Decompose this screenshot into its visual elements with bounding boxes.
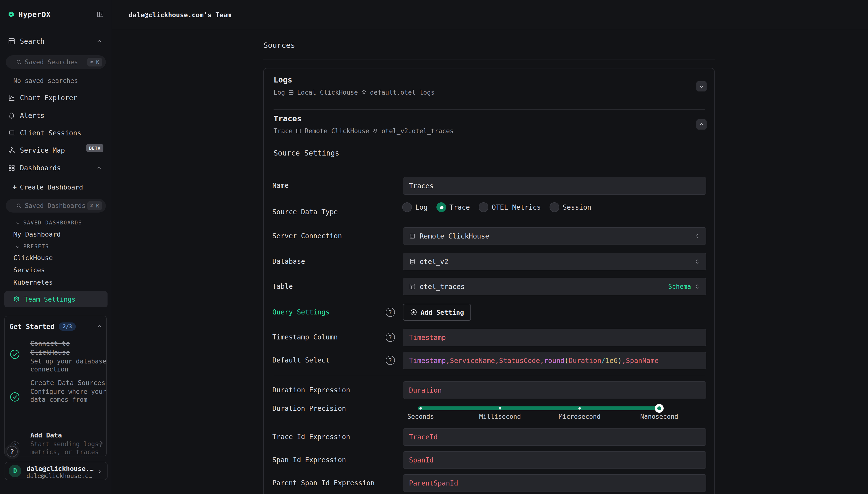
create-dashboard-button[interactable]: + Create Dashboard (0, 184, 112, 191)
search-icon (16, 59, 22, 65)
timestamp-column-input[interactable]: Timestamp (403, 329, 706, 346)
connection-name: Remote ClickHouse (305, 127, 369, 135)
sidebar-item-label: Search (20, 37, 44, 45)
slider-stop[interactable] (579, 407, 581, 410)
get-started-item-add-data[interactable]: 3 Add Data Start sending logs, metrics, … (10, 431, 107, 456)
chevron-up-icon[interactable] (96, 38, 102, 44)
span-id-input[interactable]: SpanId (403, 451, 706, 469)
chevron-right-icon (96, 469, 103, 475)
sidebar-item-my-dashboard[interactable]: My Dashboard (0, 230, 112, 238)
help-icon[interactable]: ? (386, 356, 395, 365)
chevron-up-icon[interactable] (96, 165, 102, 171)
chart-explorer-icon (8, 94, 15, 101)
database-label: Database (272, 258, 305, 265)
slider-stop[interactable] (499, 407, 501, 410)
trace-id-value: TraceId (409, 433, 438, 441)
duration-precision-label: Duration Precision (272, 405, 346, 413)
sidebar-item-team-settings[interactable]: Team Settings (4, 291, 108, 307)
saved-searches-input[interactable] (25, 58, 86, 66)
slider-mark-label[interactable]: Millisecond (479, 413, 521, 420)
logs-expand-button[interactable] (696, 81, 706, 92)
slider-track[interactable] (418, 406, 662, 410)
sidebar-item-search[interactable]: Search (0, 36, 112, 46)
span-id-value: SpanId (409, 456, 434, 464)
user-email: dale@clickhouse.c… (26, 472, 92, 479)
default-select-input[interactable]: Timestamp,ServiceName,StatusCode,round(D… (403, 352, 706, 369)
sidebar-item-chart-explorer[interactable]: Chart Explorer (0, 93, 112, 102)
question-mark-glyph: ? (389, 357, 392, 363)
section-saved-dashboards[interactable]: SAVED DASHBOARDS (0, 220, 112, 226)
brand-row: HyperDX (0, 9, 112, 20)
add-setting-button[interactable]: Add Setting (403, 304, 471, 321)
parent-span-id-value: ParentSpanId (409, 479, 458, 487)
radio-session[interactable]: Session (549, 202, 591, 212)
get-started-card: Get Started 2/3 Connect to ClickHouse Se… (4, 316, 107, 456)
slider-stop[interactable] (419, 407, 422, 410)
chevron-up-icon[interactable] (96, 323, 103, 330)
sidebar-item-kubernetes[interactable]: Kubernetes (0, 279, 112, 286)
saved-searches-search[interactable]: ⌘ K (6, 55, 106, 69)
dashboards-grid-icon (8, 164, 15, 172)
table-icon (409, 283, 416, 290)
default-select-value: Timestamp,ServiceName,StatusCode,round(D… (409, 357, 659, 365)
saved-dashboards-input[interactable] (25, 202, 86, 209)
schema-link[interactable]: Schema (668, 283, 691, 290)
table-select[interactable]: otel_traces Schema (403, 278, 706, 295)
duration-expression-label: Duration Expression (272, 386, 350, 394)
radio-label: Log (415, 203, 428, 211)
hyperdx-logo-icon (8, 11, 14, 17)
traces-source-title: Traces (273, 114, 302, 123)
database-select[interactable]: otel_v2 (403, 253, 706, 270)
get-started-progress-badge: 2/3 (59, 322, 76, 331)
name-value: Traces (409, 182, 434, 190)
radio-log[interactable]: Log (402, 202, 428, 212)
duration-expression-input[interactable]: Duration (403, 381, 706, 399)
search-panel-icon (8, 38, 15, 45)
get-started-item-connect[interactable]: Connect to ClickHouse Set up your databa… (10, 339, 107, 374)
get-started-item-sources[interactable]: Create Data Sources Configure where your… (10, 378, 107, 404)
traces-collapse-button[interactable] (696, 119, 706, 130)
help-icon[interactable]: ? (386, 308, 395, 317)
trace-id-input[interactable]: TraceId (403, 428, 706, 446)
sidebar-item-clickhouse[interactable]: ClickHouse (0, 254, 112, 261)
parent-span-id-input[interactable]: ParentSpanId (403, 474, 706, 492)
slider-mark-label[interactable]: Seconds (407, 413, 434, 420)
server-connection-select[interactable]: Remote ClickHouse (403, 227, 706, 245)
get-started-item-desc: Configure where your data comes from (30, 388, 107, 404)
traces-source-meta: Trace Remote ClickHouse otel_v2.otel_tra… (273, 127, 454, 135)
trace-id-label: Trace Id Expression (272, 433, 350, 441)
help-button[interactable]: ? (6, 446, 18, 457)
source-settings-title: Source Settings (273, 149, 339, 157)
duration-expression-value: Duration (409, 386, 442, 394)
get-started-header[interactable]: Get Started 2/3 (10, 322, 103, 331)
plus-icon: + (12, 183, 17, 191)
source-data-type-label: Source Data Type (272, 208, 338, 216)
slider-handle[interactable] (655, 404, 664, 413)
server-icon (288, 89, 294, 96)
sidebar-item-services[interactable]: Services (0, 266, 112, 273)
sidebar-collapse-icon[interactable] (97, 11, 104, 18)
radio-otel-metrics[interactable]: OTEL Metrics (479, 202, 541, 212)
slider-mark-label[interactable]: Nanosecond (640, 413, 678, 420)
database-value: otel_v2 (420, 258, 448, 266)
page-title: Sources (263, 41, 295, 50)
sidebar-item-client-sessions[interactable]: Client Sessions (0, 128, 112, 138)
sidebar-item-label: Dashboards (20, 164, 61, 172)
sidebar-item-service-map[interactable]: Service Map BETA (0, 145, 112, 155)
sidebar-item-dashboards[interactable]: Dashboards (0, 163, 112, 173)
radio-trace[interactable]: Trace (436, 202, 470, 212)
saved-dashboards-search[interactable]: ⌘ K (6, 199, 106, 212)
server-icon (409, 233, 416, 240)
add-setting-label: Add Setting (421, 309, 464, 316)
duration-precision-slider[interactable]: Seconds Millisecond Microsecond Nanoseco… (403, 403, 706, 425)
sidebar-item-label: Alerts (20, 112, 44, 120)
name-input[interactable]: Traces (403, 177, 706, 195)
section-presets[interactable]: PRESETS (0, 243, 112, 250)
sidebar: HyperDX Search ⌘ K No saved searches (0, 0, 112, 494)
user-menu[interactable]: D dale@clickhouse.… dale@clickhouse.c… (5, 462, 108, 480)
help-icon[interactable]: ? (386, 332, 395, 342)
sidebar-item-alerts[interactable]: Alerts (0, 111, 112, 120)
radio-label: OTEL Metrics (492, 203, 541, 211)
service-map-icon (8, 147, 15, 154)
slider-mark-label[interactable]: Microsecond (559, 413, 601, 420)
